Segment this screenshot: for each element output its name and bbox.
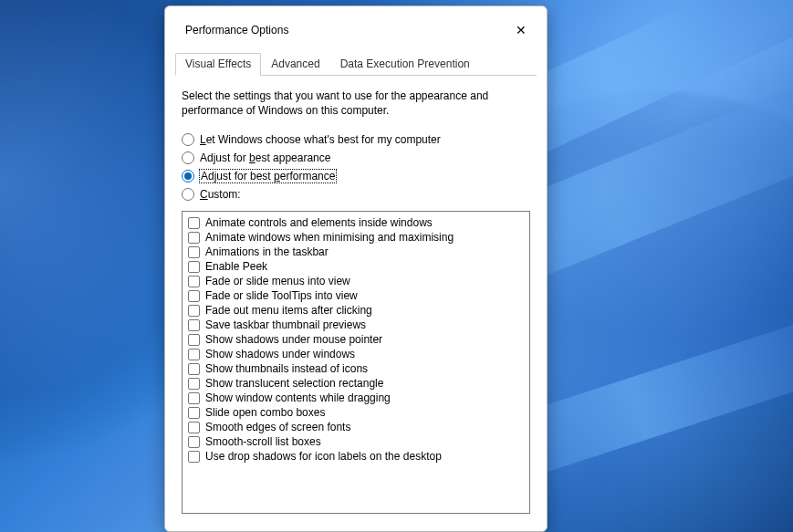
check-label: Use drop shadows for icon labels on the …: [205, 450, 442, 463]
checkbox[interactable]: [188, 232, 200, 244]
check-label: Show shadows under mouse pointer: [205, 333, 382, 346]
check-label: Smooth edges of screen fonts: [205, 421, 350, 433]
check-item: Fade out menu items after clicking: [188, 303, 524, 318]
check-item: Animations in the taskbar: [188, 245, 524, 259]
checkbox[interactable]: [188, 392, 200, 404]
close-button[interactable]: ✕: [508, 17, 534, 43]
checkbox[interactable]: [188, 334, 200, 346]
tab-advanced[interactable]: Advanced: [261, 53, 329, 76]
checkbox[interactable]: [188, 261, 200, 273]
check-item: Show shadows under mouse pointer: [188, 332, 524, 347]
checkbox[interactable]: [188, 290, 200, 302]
radio-option-2[interactable]: Adjust for best performance: [182, 167, 530, 185]
check-label: Smooth-scroll list boxes: [205, 435, 321, 448]
radio-label: Adjust for best performance: [200, 170, 336, 183]
check-item: Save taskbar thumbnail previews: [188, 318, 524, 332]
check-label: Animate windows when minimising and maxi…: [205, 231, 454, 244]
titlebar: Performance Options ✕: [165, 6, 547, 52]
dialog-title: Performance Options: [185, 24, 288, 37]
performance-options-dialog: Performance Options ✕ Visual EffectsAdva…: [164, 5, 548, 532]
radio-button[interactable]: [182, 133, 194, 146]
radio-button[interactable]: [182, 170, 194, 183]
checkbox[interactable]: [188, 319, 200, 331]
check-item: Fade or slide ToolTips into view: [188, 288, 524, 303]
checkbox[interactable]: [188, 422, 200, 433]
checkbox[interactable]: [188, 378, 200, 390]
check-label: Fade or slide menus into view: [205, 275, 350, 287]
checkbox[interactable]: [188, 217, 200, 229]
radio-label: Adjust for best appearance: [200, 151, 330, 164]
check-item: Show window contents while dragging: [188, 391, 524, 405]
check-label: Animate controls and elements inside win…: [205, 216, 433, 229]
check-label: Show shadows under windows: [205, 348, 355, 360]
check-item: Use drop shadows for icon labels on the …: [188, 449, 524, 464]
radio-option-0[interactable]: Let Windows choose what's best for my co…: [182, 130, 530, 149]
check-item: Smooth-scroll list boxes: [188, 434, 524, 449]
check-item: Show shadows under windows: [188, 347, 524, 361]
check-item: Animate windows when minimising and maxi…: [188, 230, 524, 245]
checkbox[interactable]: [188, 349, 200, 360]
check-label: Enable Peek: [205, 260, 267, 273]
check-item: Enable Peek: [188, 259, 524, 274]
checkbox[interactable]: [188, 246, 200, 258]
radio-button[interactable]: [182, 188, 194, 201]
check-label: Show translucent selection rectangle: [205, 377, 383, 390]
check-label: Show window contents while dragging: [205, 391, 391, 404]
check-item: Show thumbnails instead of icons: [188, 361, 524, 376]
check-label: Fade out menu items after clicking: [205, 304, 372, 317]
checkbox[interactable]: [188, 407, 200, 419]
effects-checklist[interactable]: Animate controls and elements inside win…: [182, 211, 530, 514]
check-item: Show translucent selection rectangle: [188, 376, 524, 391]
check-label: Show thumbnails instead of icons: [205, 362, 368, 375]
preset-radio-group: Let Windows choose what's best for my co…: [182, 130, 530, 203]
checkbox[interactable]: [188, 305, 200, 317]
radio-label: Let Windows choose what's best for my co…: [200, 133, 441, 146]
radio-label: Custom:: [200, 188, 241, 201]
check-item: Smooth edges of screen fonts: [188, 420, 524, 434]
check-label: Fade or slide ToolTips into view: [205, 289, 358, 302]
tab-content-visual-effects: Select the settings that you want to use…: [165, 76, 547, 531]
checkbox[interactable]: [188, 363, 200, 375]
tab-visual-effects[interactable]: Visual Effects: [175, 53, 261, 76]
checkbox[interactable]: [188, 451, 200, 463]
tab-data-execution-prevention[interactable]: Data Execution Prevention: [330, 53, 480, 76]
description-text: Select the settings that you want to use…: [182, 89, 510, 118]
check-item: Animate controls and elements inside win…: [188, 215, 524, 230]
check-item: Fade or slide menus into view: [188, 274, 524, 288]
checkbox[interactable]: [188, 436, 200, 448]
tab-strip: Visual EffectsAdvancedData Execution Pre…: [175, 52, 537, 76]
check-label: Animations in the taskbar: [205, 245, 329, 258]
checkbox[interactable]: [188, 276, 200, 287]
check-label: Save taskbar thumbnail previews: [205, 318, 366, 331]
radio-button[interactable]: [182, 151, 194, 164]
close-icon: ✕: [516, 24, 527, 37]
check-label: Slide open combo boxes: [205, 406, 325, 419]
check-item: Slide open combo boxes: [188, 405, 524, 420]
radio-option-1[interactable]: Adjust for best appearance: [182, 149, 530, 167]
radio-option-3[interactable]: Custom:: [182, 185, 530, 203]
